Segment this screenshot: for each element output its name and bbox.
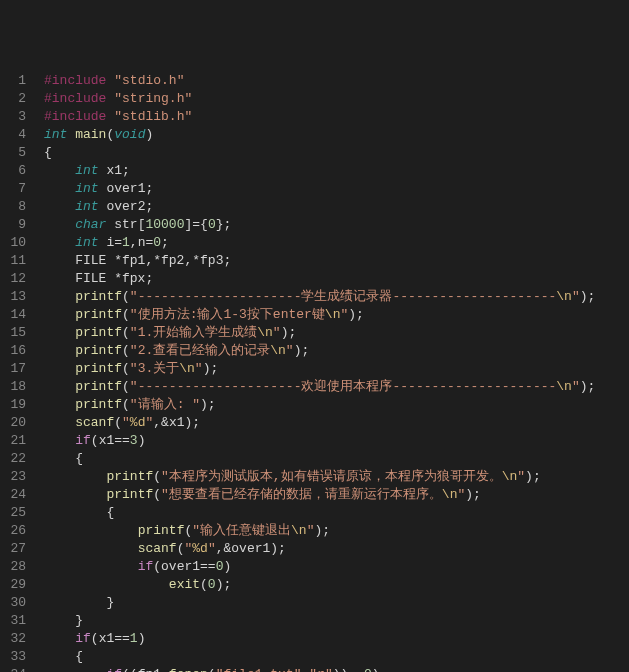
token-esc: \n: [556, 289, 572, 304]
line-number: 21: [6, 432, 26, 450]
token-op: ,&over1);: [216, 541, 286, 556]
code-line[interactable]: printf("本程序为测试版本,如有错误请原谅，本程序为狼哥开发。\n");: [44, 468, 595, 486]
code-line[interactable]: printf("---------------------学生成绩记录器----…: [44, 288, 595, 306]
token-num: 3: [130, 433, 138, 448]
line-number: 32: [6, 630, 26, 648]
code-line[interactable]: printf("想要查看已经存储的数据，请重新运行本程序。\n");: [44, 486, 595, 504]
token-kw-ctrl: if: [106, 667, 122, 672]
line-number: 15: [6, 324, 26, 342]
token-num: 1: [130, 631, 138, 646]
code-line[interactable]: printf("使用方法:输入1-3按下enter键\n");: [44, 306, 595, 324]
token-op: [44, 235, 75, 250]
code-line[interactable]: {: [44, 450, 595, 468]
token-op: [44, 343, 75, 358]
code-line[interactable]: if((fp1=fopen("file1.txt","r"))==0): [44, 666, 595, 672]
line-number: 6: [6, 162, 26, 180]
token-kw-type: int: [44, 127, 67, 142]
token-esc: \n: [291, 523, 307, 538]
code-line[interactable]: if(over1==0): [44, 558, 595, 576]
token-kw-ctrl: if: [75, 631, 91, 646]
token-str: ": [517, 469, 525, 484]
line-number: 12: [6, 270, 26, 288]
code-line[interactable]: #include "stdlib.h": [44, 108, 595, 126]
token-esc: \n: [179, 361, 195, 376]
line-number: 22: [6, 450, 26, 468]
code-line[interactable]: {: [44, 144, 595, 162]
code-line[interactable]: printf("请输入: ");: [44, 396, 595, 414]
token-op: [44, 397, 75, 412]
token-op: {: [44, 505, 114, 520]
line-number: 7: [6, 180, 26, 198]
code-line[interactable]: exit(0);: [44, 576, 595, 594]
token-op: [44, 415, 75, 430]
code-line[interactable]: #include "string.h": [44, 90, 595, 108]
token-cmt-hl: %d: [192, 541, 208, 556]
token-fn: printf: [75, 325, 122, 340]
line-number: 30: [6, 594, 26, 612]
code-line[interactable]: char str[10000]={0};: [44, 216, 595, 234]
code-line[interactable]: #include "stdio.h": [44, 72, 595, 90]
code-line[interactable]: if(x1==1): [44, 630, 595, 648]
token-esc: \n: [270, 343, 286, 358]
code-line[interactable]: int over2;: [44, 198, 595, 216]
code-area[interactable]: #include "stdio.h"#include "string.h"#in…: [38, 72, 595, 672]
token-kw-type: int: [75, 181, 98, 196]
token-op: str[: [106, 217, 145, 232]
token-str: "---------------------欢迎使用本程序-----------…: [130, 379, 556, 394]
token-kw-ctrl: if: [75, 433, 91, 448]
token-punct: ))==: [333, 667, 364, 672]
code-line[interactable]: int x1;: [44, 162, 595, 180]
token-op: [44, 559, 138, 574]
token-str: "使用方法:输入1-3按下enter键: [130, 307, 325, 322]
token-op: ): [223, 559, 231, 574]
code-line[interactable]: printf("---------------------欢迎使用本程序----…: [44, 378, 595, 396]
code-line[interactable]: printf("输入任意键退出\n");: [44, 522, 595, 540]
token-fn: printf: [75, 361, 122, 376]
token-punct: );: [281, 325, 297, 340]
token-esc: \n: [442, 487, 458, 502]
token-op: ,&x1);: [153, 415, 200, 430]
token-str: ": [572, 379, 580, 394]
token-fn: printf: [106, 469, 153, 484]
token-num: 0: [208, 577, 216, 592]
code-line[interactable]: }: [44, 612, 595, 630]
token-str: ": [208, 541, 216, 556]
code-line[interactable]: FILE *fp1,*fp2,*fp3;: [44, 252, 595, 270]
token-op: (x1==: [91, 631, 130, 646]
line-number: 1: [6, 72, 26, 90]
token-punct: (: [200, 577, 208, 592]
token-kw-ctrl: if: [138, 559, 154, 574]
token-op: ): [138, 631, 146, 646]
token-str: "2.查看已经输入的记录: [130, 343, 270, 358]
token-kw-pre: #include: [44, 109, 106, 124]
token-fn: printf: [75, 397, 122, 412]
code-line[interactable]: printf("3.关于\n");: [44, 360, 595, 378]
code-line[interactable]: int main(void): [44, 126, 595, 144]
code-line[interactable]: if(x1==3): [44, 432, 595, 450]
token-str: "stdio.h": [114, 73, 184, 88]
token-num: 0: [364, 667, 372, 672]
token-fn: exit: [169, 577, 200, 592]
code-line[interactable]: {: [44, 504, 595, 522]
line-number: 9: [6, 216, 26, 234]
token-str: "r": [309, 667, 332, 672]
token-str: ": [122, 415, 130, 430]
code-line[interactable]: }: [44, 594, 595, 612]
token-kw-type: char: [75, 217, 106, 232]
token-fn: printf: [75, 289, 122, 304]
code-line[interactable]: scanf("%d",&over1);: [44, 540, 595, 558]
code-line[interactable]: printf("1.开始输入学生成绩\n");: [44, 324, 595, 342]
token-op: {: [44, 649, 83, 664]
code-line[interactable]: {: [44, 648, 595, 666]
line-number: 17: [6, 360, 26, 378]
code-line[interactable]: scanf("%d",&x1);: [44, 414, 595, 432]
code-line[interactable]: int over1;: [44, 180, 595, 198]
code-line[interactable]: int i=1,n=0;: [44, 234, 595, 252]
line-number: 18: [6, 378, 26, 396]
token-fn: printf: [75, 343, 122, 358]
token-op: [44, 217, 75, 232]
code-line[interactable]: printf("2.查看已经输入的记录\n");: [44, 342, 595, 360]
code-line[interactable]: FILE *fpx;: [44, 270, 595, 288]
token-num: 1: [122, 235, 130, 250]
token-punct: );: [216, 577, 232, 592]
